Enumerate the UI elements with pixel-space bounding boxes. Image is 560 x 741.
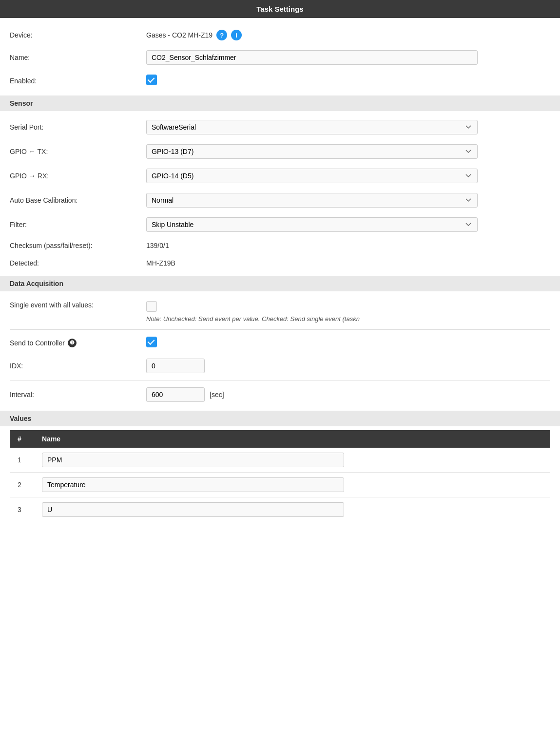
enabled-control <box>146 75 550 87</box>
divider-2 <box>10 380 550 380</box>
checksum-label: Checksum (pass/fail/reset): <box>10 242 146 249</box>
send-to-controller-info-icon: ❶ <box>68 339 77 347</box>
gpio-rx-select[interactable]: GPIO-14 (D5) GPIO-13 (D7) <box>146 169 478 183</box>
gpio-rx-control: GPIO-14 (D5) GPIO-13 (D7) <box>146 169 550 183</box>
value-name-input[interactable] <box>42 502 344 517</box>
row-name-cell <box>34 497 550 522</box>
idx-input[interactable] <box>146 359 205 373</box>
col-name: Name <box>34 430 550 448</box>
col-hash: # <box>10 430 34 448</box>
filter-select[interactable]: Skip Unstable None <box>146 217 478 232</box>
checksum-control: 139/0/1 <box>146 242 550 249</box>
name-input[interactable] <box>146 50 478 65</box>
value-name-input[interactable] <box>42 453 344 467</box>
serial-port-label: Serial Port: <box>10 123 146 131</box>
detected-value: MH-Z19B <box>146 259 175 267</box>
device-label: Device: <box>10 31 146 39</box>
table-row: 2 <box>10 473 550 497</box>
table-row: 3 <box>10 497 550 522</box>
send-to-controller-control <box>146 337 550 349</box>
device-row: Device: Gases - CO2 MH-Z19 ? i <box>10 25 550 45</box>
checksum-value: 139/0/1 <box>146 242 169 249</box>
value-name-input[interactable] <box>42 477 344 492</box>
single-event-label: Single event with all values: <box>10 301 146 309</box>
interval-label: Interval: <box>10 391 146 399</box>
name-control <box>146 50 550 65</box>
single-event-row: Single event with all values: Note: Unch… <box>10 295 550 327</box>
question-icon[interactable]: ? <box>216 30 227 40</box>
auto-base-calibration-row: Auto Base Calibration: Normal Off On <box>10 188 550 212</box>
idx-control <box>146 359 550 373</box>
interval-input[interactable] <box>146 387 205 402</box>
gpio-tx-label: GPIO ← TX: <box>10 148 146 155</box>
single-event-checkbox[interactable] <box>146 301 157 312</box>
interval-unit: [sec] <box>210 391 224 399</box>
task-settings-header: Task Settings <box>0 0 560 18</box>
send-to-controller-label: Send to Controller ❶ <box>10 339 146 347</box>
filter-row: Filter: Skip Unstable None <box>10 212 550 237</box>
info-icon[interactable]: i <box>231 30 242 40</box>
send-to-controller-row: Send to Controller ❶ <box>10 332 550 354</box>
auto-base-calibration-label: Auto Base Calibration: <box>10 196 146 204</box>
single-event-control: Note: Unchecked: Send event per value. C… <box>146 301 550 323</box>
gpio-rx-row: GPIO → RX: GPIO-14 (D5) GPIO-13 (D7) <box>10 164 550 188</box>
device-control: Gases - CO2 MH-Z19 ? i <box>146 30 550 40</box>
filter-label: Filter: <box>10 221 146 228</box>
serial-port-control: SoftwareSerial Hardware Serial <box>146 120 550 134</box>
enabled-checkbox[interactable] <box>146 75 157 85</box>
serial-port-row: Serial Port: SoftwareSerial Hardware Ser… <box>10 115 550 139</box>
single-event-note: Note: Unchecked: Send event per value. C… <box>146 315 550 323</box>
enabled-row: Enabled: <box>10 70 550 92</box>
detected-control: MH-Z19B <box>146 259 550 267</box>
table-row: 1 <box>10 448 550 473</box>
name-row: Name: <box>10 45 550 70</box>
row-name-cell <box>34 448 550 473</box>
idx-row: IDX: <box>10 354 550 378</box>
device-value: Gases - CO2 MH-Z19 <box>146 31 212 39</box>
data-acquisition-section-header: Data Acquisition <box>0 276 560 291</box>
auto-base-calibration-control: Normal Off On <box>146 193 550 208</box>
values-table: # Name 123 <box>10 430 550 522</box>
filter-control: Skip Unstable None <box>146 217 550 232</box>
enabled-label: Enabled: <box>10 77 146 85</box>
serial-port-select[interactable]: SoftwareSerial Hardware Serial <box>146 120 478 134</box>
send-to-controller-text: Send to Controller <box>10 339 65 347</box>
row-number: 3 <box>10 497 34 522</box>
divider-1 <box>10 329 550 330</box>
gpio-tx-row: GPIO ← TX: GPIO-13 (D7) GPIO-14 (D5) <box>10 139 550 164</box>
gpio-tx-control: GPIO-13 (D7) GPIO-14 (D5) <box>146 144 550 159</box>
name-label: Name: <box>10 54 146 61</box>
sensor-section-header: Sensor <box>0 95 560 111</box>
auto-base-calibration-select[interactable]: Normal Off On <box>146 193 478 208</box>
gpio-tx-select[interactable]: GPIO-13 (D7) GPIO-14 (D5) <box>146 144 478 159</box>
interval-row: Interval: [sec] <box>10 382 550 407</box>
gpio-rx-label: GPIO → RX: <box>10 172 146 180</box>
row-name-cell <box>34 473 550 497</box>
row-number: 2 <box>10 473 34 497</box>
checksum-row: Checksum (pass/fail/reset): 139/0/1 <box>10 237 550 254</box>
row-number: 1 <box>10 448 34 473</box>
send-to-controller-checkbox[interactable] <box>146 337 157 347</box>
detected-row: Detected: MH-Z19B <box>10 254 550 272</box>
idx-label: IDX: <box>10 362 146 370</box>
values-table-header-row: # Name <box>10 430 550 448</box>
values-section-header: Values <box>0 411 560 426</box>
detected-label: Detected: <box>10 259 146 267</box>
interval-control: [sec] <box>146 387 550 402</box>
